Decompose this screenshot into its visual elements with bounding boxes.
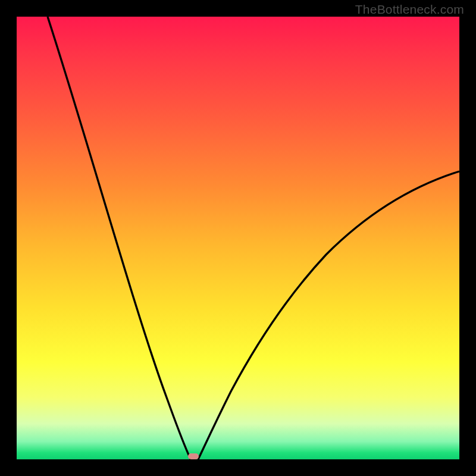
- minimum-marker: [188, 453, 199, 459]
- chart-frame: TheBottleneck.com: [0, 0, 476, 476]
- plot-area: [17, 17, 459, 459]
- curve-left-branch: [48, 17, 191, 459]
- curve-right-branch: [198, 171, 459, 459]
- bottleneck-curve: [17, 17, 459, 459]
- watermark-text: TheBottleneck.com: [355, 2, 464, 17]
